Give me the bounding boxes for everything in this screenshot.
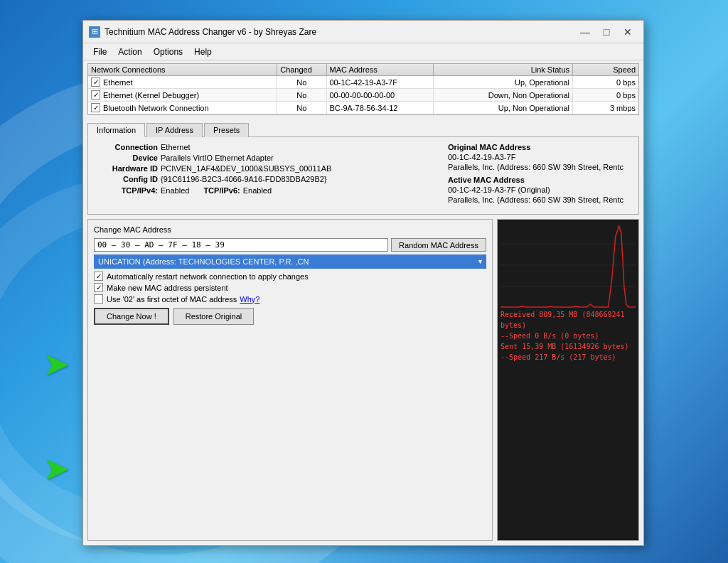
arrow2-indicator: ➤	[44, 453, 68, 486]
col-network-connections: Network Connections	[88, 64, 277, 76]
network-chart	[500, 222, 636, 308]
cell-name: ✓ Ethernet	[88, 76, 277, 89]
cb1-row: ✓ Automatically restart network connecti…	[94, 272, 486, 281]
sent-value: 15,39 MB (16134926 bytes)	[522, 343, 629, 350]
cell-mac: 00-00-00-00-00-00	[326, 89, 433, 102]
table-row[interactable]: ✓ Ethernet No 00-1C-42-19-A3-7F Up, Oper…	[88, 76, 638, 89]
change-mac-title: Change MAC Address	[94, 225, 486, 234]
tab-ip-address[interactable]: IP Address	[146, 123, 203, 137]
cell-speed: 3 mbps	[573, 102, 638, 114]
sent-speed-label: --Speed	[500, 353, 530, 361]
arrow1-indicator: ➤	[44, 348, 68, 381]
connection-details-group: Connection Ethernet Device Parallels Vir…	[87, 136, 639, 215]
change-mac-group: Change MAC Address Random MAC Address UN…	[87, 219, 493, 541]
tabs-area: Information IP Address Presets	[83, 118, 643, 136]
received-speed-label: --Speed	[500, 332, 530, 340]
network-table-container: Network Connections Changed MAC Address …	[87, 63, 639, 115]
menubar: File Action Options Help	[83, 43, 643, 60]
received-label: Received	[500, 311, 535, 318]
cb3-label: Use '02' as first octet of MAC address	[107, 295, 237, 304]
app-icon: ⊞	[89, 26, 100, 38]
cell-changed: No	[277, 89, 326, 102]
original-mac-vendor: Parallels, Inc. (Address: 660 SW 39h Str…	[448, 163, 633, 171]
active-mac-value: 00-1C-42-19-A3-7F (Original)	[448, 186, 633, 194]
cb1-label: Automatically restart network connection…	[107, 272, 309, 281]
cb3-row: Use '02' as first octet of MAC address W…	[94, 294, 486, 304]
titlebar: ⊞ Technitium MAC Address Changer v6 - by…	[83, 21, 643, 43]
cb3-box[interactable]	[94, 294, 103, 304]
menu-file[interactable]: File	[87, 45, 112, 58]
sent-label: Sent	[500, 343, 518, 350]
received-speed-value: 0 B/s (0 bytes)	[535, 332, 599, 340]
mac-vendor-dropdown[interactable]: UNICATION (Address: TECHNOLOGIES CENTER,…	[94, 254, 486, 269]
menu-options[interactable]: Options	[148, 45, 188, 58]
active-mac-title: Active MAC Address	[448, 176, 633, 184]
cell-changed: No	[277, 76, 326, 89]
random-mac-button[interactable]: Random MAC Address	[391, 238, 486, 252]
config-id-value: {91C61196-B2C3-4066-9A16-FDD83DBA29B2}	[161, 175, 327, 183]
cell-speed: 0 bps	[573, 76, 638, 89]
network-table: Network Connections Changed MAC Address …	[88, 64, 638, 114]
mac-dropdown-wrap: UNICATION (Address: TECHNOLOGIES CENTER,…	[94, 254, 486, 269]
close-button[interactable]: ✕	[618, 24, 638, 40]
chart-area: Received 809,35 MB (848669241 bytes) --S…	[497, 219, 639, 541]
col-changed: Changed	[277, 64, 326, 76]
cell-mac: 00-1C-42-19-A3-7F	[326, 76, 433, 89]
col-link-status: Link Status	[433, 64, 572, 76]
cell-speed: 0 bps	[573, 89, 638, 102]
cb2-label: Make new MAC address persistent	[107, 284, 228, 292]
mac-address-input[interactable]	[94, 238, 388, 252]
col-mac-address: MAC Address	[326, 64, 433, 76]
tcpipv4-value: Enabled	[161, 186, 189, 195]
tcpipv6-value: Enabled	[243, 186, 272, 195]
why-link[interactable]: Why?	[240, 295, 259, 304]
main-window: ⊞ Technitium MAC Address Changer v6 - by…	[82, 20, 644, 546]
cell-changed: No	[277, 102, 326, 114]
cell-link-status: Down, Non Operational	[433, 89, 572, 102]
device-value: Parallels VirtIO Ethernet Adapter	[161, 154, 274, 162]
table-row[interactable]: ✓ Bluetooth Network Connection No BC-9A-…	[88, 102, 638, 114]
cell-link-status: Up, Operational	[433, 76, 572, 89]
sent-speed-value: 217 B/s (217 bytes)	[535, 353, 616, 361]
cb1-box[interactable]: ✓	[94, 272, 103, 281]
tcpipv4-label: TCP/IPv4:	[94, 186, 158, 195]
cell-name: ✓ Bluetooth Network Connection	[88, 102, 277, 114]
window-title: Technitium MAC Address Changer v6 - by S…	[105, 27, 575, 37]
tabs: Information IP Address Presets	[87, 122, 639, 136]
menu-help[interactable]: Help	[188, 45, 218, 58]
tcpipv6-label: TCP/IPv6:	[203, 186, 240, 195]
active-mac-vendor: Parallels, Inc. (Address: 660 SW 39h Str…	[448, 195, 633, 204]
device-label: Device	[94, 154, 158, 162]
original-mac-title: Original MAC Address	[448, 143, 633, 151]
restore-original-button[interactable]: Restore Original	[173, 308, 254, 325]
cb2-box[interactable]: ✓	[94, 283, 103, 292]
cell-name: ✓ Ethernet (Kernel Debugger)	[88, 89, 277, 102]
action-buttons: Change Now ! Restore Original	[94, 308, 486, 325]
hardware-id-value: PCI\VEN_1AF4&DEV_1000&SUBSYS_00011AB	[161, 164, 331, 173]
config-id-label: Config ID	[94, 175, 158, 183]
change-now-button[interactable]: Change Now !	[94, 308, 169, 325]
cell-mac: BC-9A-78-56-34-12	[326, 102, 433, 114]
cell-link-status: Up, Non Operational	[433, 102, 572, 114]
tab-information[interactable]: Information	[87, 123, 145, 137]
tab-presets[interactable]: Presets	[204, 123, 249, 137]
minimize-button[interactable]: —	[575, 24, 595, 40]
original-mac-value: 00-1C-42-19-A3-7F	[448, 153, 633, 161]
connection-label: Connection	[94, 143, 158, 151]
hardware-id-label: Hardware ID	[94, 164, 158, 173]
window-controls: — □ ✕	[575, 24, 638, 40]
col-speed: Speed	[573, 64, 638, 76]
bottom-area: Change MAC Address Random MAC Address UN…	[87, 219, 639, 541]
chart-stats: Received 809,35 MB (848669241 bytes) --S…	[500, 309, 636, 363]
table-row[interactable]: ✓ Ethernet (Kernel Debugger) No 00-00-00…	[88, 89, 638, 102]
cb2-row: ✓ Make new MAC address persistent	[94, 283, 486, 292]
connection-value: Ethernet	[161, 143, 191, 151]
menu-action[interactable]: Action	[112, 45, 147, 58]
maximize-button[interactable]: □	[596, 24, 616, 40]
